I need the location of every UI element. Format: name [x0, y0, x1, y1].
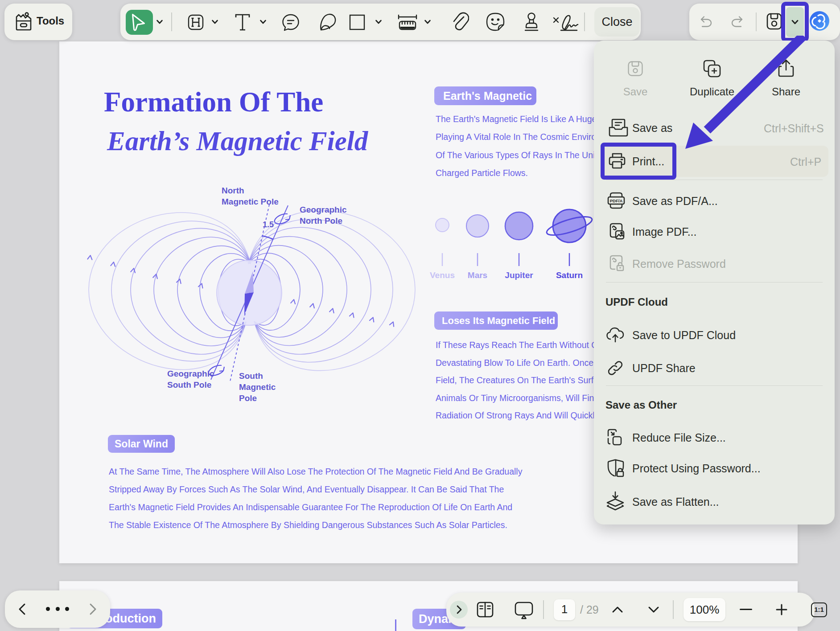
- svg-text:PDF/A: PDF/A: [610, 198, 623, 203]
